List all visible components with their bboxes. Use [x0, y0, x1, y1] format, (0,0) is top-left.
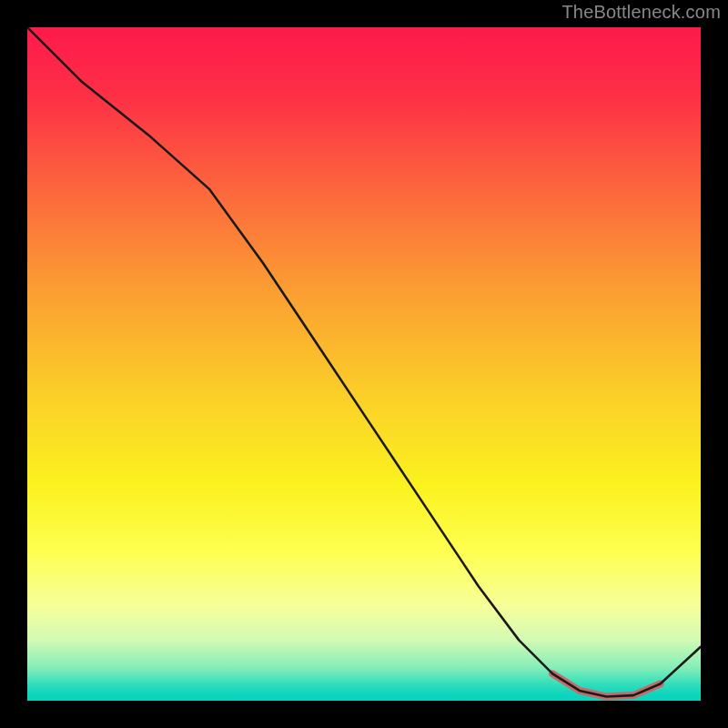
bottleneck-chart: [27, 27, 701, 701]
gradient-background: [27, 27, 701, 701]
attribution-label: TheBottleneck.com: [561, 2, 721, 23]
plot-area: [27, 27, 701, 701]
chart-stage: TheBottleneck.com: [0, 0, 728, 728]
